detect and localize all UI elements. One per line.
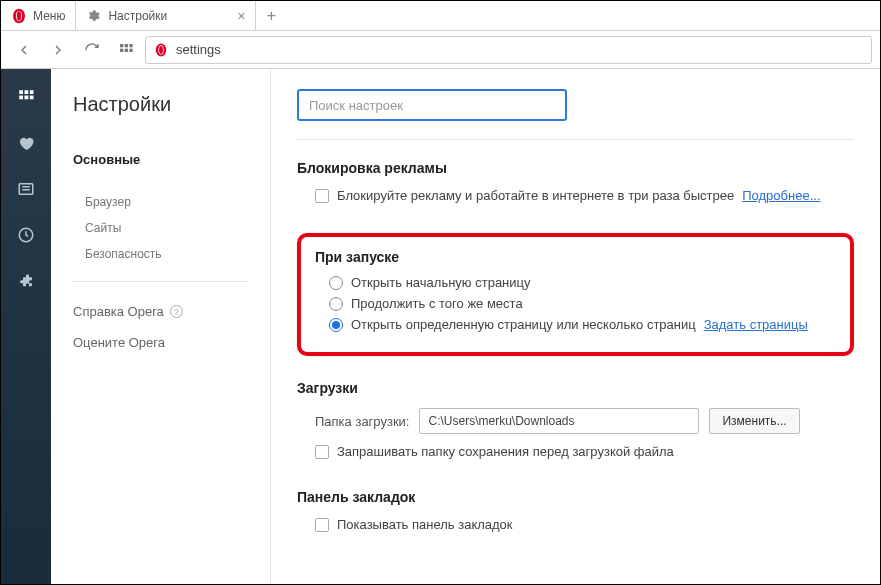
grid-icon [118,42,134,58]
svg-rect-14 [30,90,34,94]
grid-icon [17,88,35,106]
set-pages-link[interactable]: Задать страницы [704,317,808,332]
side-rail [1,69,51,584]
section-downloads: Загрузки Папка загрузки: C:\Users\merku\… [297,380,854,459]
adblock-checkbox-row[interactable]: Блокируйте рекламу и работайте в интерне… [315,188,854,203]
section-adblock: Блокировка рекламы Блокируйте рекламу и … [297,160,854,203]
puzzle-icon [17,272,35,290]
sidebar-separator [73,281,248,282]
search-placeholder: Поиск настроек [309,98,403,113]
svg-rect-3 [120,44,123,47]
chevron-left-icon [16,42,32,58]
radio-icon[interactable] [329,318,343,332]
svg-rect-17 [30,96,34,100]
opera-icon [11,8,27,24]
gear-icon [86,9,100,23]
tab-settings[interactable]: Настройки × [76,1,256,30]
adblock-more-link[interactable]: Подробнее... [742,188,820,203]
speed-dial-button[interactable] [111,36,141,64]
news-icon [17,180,35,198]
new-tab-button[interactable]: + [256,1,286,30]
rail-bookmarks[interactable] [16,133,36,153]
rail-extensions[interactable] [16,271,36,291]
back-button[interactable] [9,36,39,64]
tab-close-icon[interactable]: × [237,8,245,24]
tab-title: Настройки [108,9,229,23]
sidebar-item-browser[interactable]: Браузер [73,189,248,215]
svg-point-11 [159,45,163,53]
menu-button[interactable]: Меню [1,1,76,30]
section-bookmarks: Панель закладок Показывать панель заклад… [297,489,854,532]
radio-icon[interactable] [329,276,343,290]
address-text: settings [176,42,221,57]
section-title-downloads: Загрузки [297,380,854,396]
download-ask-row[interactable]: Запрашивать папку сохранения перед загру… [315,444,854,459]
sidebar-item-sites[interactable]: Сайты [73,215,248,241]
change-folder-button[interactable]: Изменить... [709,408,799,434]
opera-icon [154,43,168,57]
address-bar[interactable]: settings [145,36,872,64]
rail-news[interactable] [16,179,36,199]
search-input[interactable]: Поиск настроек [297,89,567,121]
settings-sidebar: Настройки Основные Браузер Сайты Безопас… [51,69,271,584]
bookmarks-show-row[interactable]: Показывать панель закладок [315,517,854,532]
heart-icon [17,134,35,152]
startup-option-2[interactable]: Продолжить с того же места [329,296,836,311]
svg-rect-5 [129,44,132,47]
sidebar-heading: Настройки [73,93,248,116]
svg-rect-7 [125,48,128,51]
section-startup-highlight: При запуске Открыть начальную страницу П… [297,233,854,356]
svg-rect-12 [19,90,23,94]
rail-speed-dial[interactable] [16,87,36,107]
clock-icon [17,226,35,244]
toolbar: settings [1,31,880,69]
separator [297,139,854,140]
startup-option-1[interactable]: Открыть начальную страницу [329,275,836,290]
checkbox-icon[interactable] [315,445,329,459]
reload-icon [84,42,100,58]
section-title-startup: При запуске [315,249,836,265]
sidebar-item-rate[interactable]: Оцените Opera [73,327,248,358]
startup-option-3[interactable]: Открыть определенную страницу или нескол… [329,317,836,332]
svg-rect-4 [125,44,128,47]
checkbox-icon[interactable] [315,518,329,532]
svg-rect-13 [25,90,29,94]
section-title-bookmarks: Панель закладок [297,489,854,505]
menu-label: Меню [33,9,65,23]
svg-point-2 [17,11,21,20]
sidebar-item-security[interactable]: Безопасность [73,241,248,267]
reload-button[interactable] [77,36,107,64]
sidebar-item-basic[interactable]: Основные [73,144,248,175]
svg-rect-6 [120,48,123,51]
titlebar: Меню Настройки × + [1,1,880,31]
svg-rect-16 [25,96,29,100]
help-icon: ? [170,305,183,318]
rail-history[interactable] [16,225,36,245]
chevron-right-icon [50,42,66,58]
adblock-label: Блокируйте рекламу и работайте в интерне… [337,188,734,203]
radio-icon[interactable] [329,297,343,311]
section-title-adblock: Блокировка рекламы [297,160,854,176]
settings-content: Поиск настроек Блокировка рекламы Блокир… [271,69,880,584]
forward-button[interactable] [43,36,73,64]
sidebar-item-help[interactable]: Справка Opera ? [73,296,248,327]
download-folder-row: Папка загрузки: C:\Users\merku\Downloads… [315,408,854,434]
checkbox-icon[interactable] [315,189,329,203]
download-folder-input[interactable]: C:\Users\merku\Downloads [419,408,699,434]
svg-rect-15 [19,96,23,100]
svg-rect-8 [129,48,132,51]
download-folder-label: Папка загрузки: [315,414,409,429]
